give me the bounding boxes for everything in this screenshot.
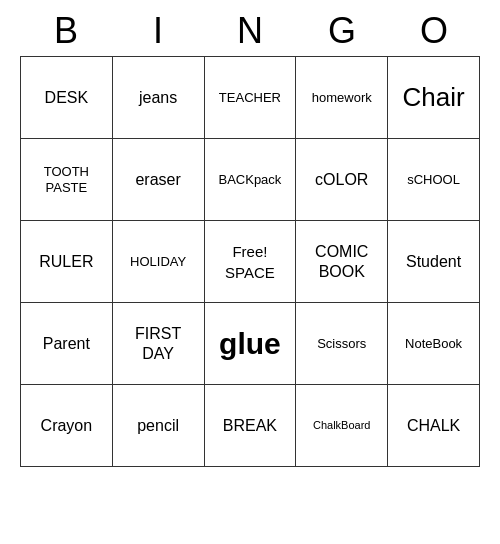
table-row: RULERHOLIDAYFree!SPACECOMICBOOKStudent bbox=[21, 221, 480, 303]
bingo-letter: O bbox=[390, 10, 478, 52]
bingo-cell: eraser bbox=[112, 139, 204, 221]
bingo-cell: Chair bbox=[388, 57, 480, 139]
bingo-cell: NoteBook bbox=[388, 303, 480, 385]
bingo-title: BINGO bbox=[20, 10, 480, 52]
bingo-cell: Student bbox=[388, 221, 480, 303]
table-row: CrayonpencilBREAKChalkBoardCHALK bbox=[21, 385, 480, 467]
bingo-cell: FIRSTDAY bbox=[112, 303, 204, 385]
bingo-cell: glue bbox=[204, 303, 296, 385]
bingo-cell: ChalkBoard bbox=[296, 385, 388, 467]
bingo-grid: DESKjeansTEACHERhomeworkChairTOOTHPASTEe… bbox=[20, 56, 480, 467]
bingo-cell: BREAK bbox=[204, 385, 296, 467]
bingo-cell: Free!SPACE bbox=[204, 221, 296, 303]
bingo-cell: TOOTHPASTE bbox=[21, 139, 113, 221]
bingo-cell: Crayon bbox=[21, 385, 113, 467]
bingo-cell: sCHOOL bbox=[388, 139, 480, 221]
bingo-cell: homework bbox=[296, 57, 388, 139]
bingo-letter: G bbox=[298, 10, 386, 52]
bingo-cell: HOLIDAY bbox=[112, 221, 204, 303]
bingo-cell: RULER bbox=[21, 221, 113, 303]
bingo-cell: DESK bbox=[21, 57, 113, 139]
bingo-cell: Parent bbox=[21, 303, 113, 385]
bingo-cell: Scissors bbox=[296, 303, 388, 385]
bingo-cell: pencil bbox=[112, 385, 204, 467]
bingo-cell: jeans bbox=[112, 57, 204, 139]
bingo-cell: cOLOR bbox=[296, 139, 388, 221]
bingo-cell: CHALK bbox=[388, 385, 480, 467]
bingo-letter: N bbox=[206, 10, 294, 52]
table-row: DESKjeansTEACHERhomeworkChair bbox=[21, 57, 480, 139]
bingo-cell: BACKpack bbox=[204, 139, 296, 221]
bingo-cell: COMICBOOK bbox=[296, 221, 388, 303]
table-row: TOOTHPASTEeraserBACKpackcOLORsCHOOL bbox=[21, 139, 480, 221]
bingo-letter: I bbox=[114, 10, 202, 52]
bingo-cell: TEACHER bbox=[204, 57, 296, 139]
table-row: ParentFIRSTDAYglueScissorsNoteBook bbox=[21, 303, 480, 385]
bingo-letter: B bbox=[22, 10, 110, 52]
